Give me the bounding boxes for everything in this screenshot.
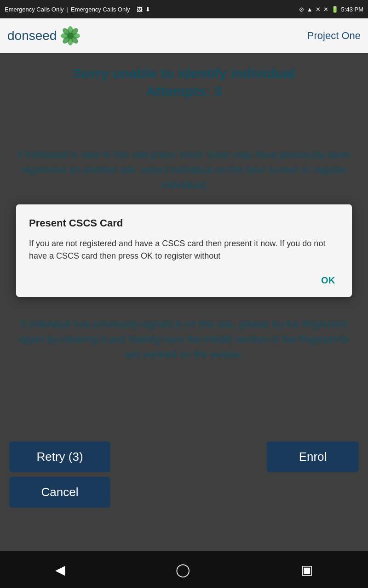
emergency-calls-2: Emergency Calls Only [71, 6, 130, 13]
btn-row-top: Retry (3) Enrol [9, 441, 359, 472]
dialog-body: If you are not registered and have a CSC… [29, 237, 339, 262]
svg-point-8 [67, 33, 74, 39]
status-divider: | [67, 6, 68, 13]
home-nav-icon[interactable]: ◯ [176, 562, 190, 577]
signal-icon2: ✕ [323, 6, 328, 13]
logo-container: donseed [7, 26, 80, 46]
dialog-ok-button[interactable]: OK [317, 273, 339, 288]
back-nav-icon[interactable]: ◀ [55, 562, 65, 577]
app-header: donseed Project One [0, 18, 368, 53]
clock: 5:43 PM [341, 6, 363, 13]
retry-button[interactable]: Retry (3) [9, 441, 110, 472]
cancel-button[interactable]: Cancel [9, 477, 110, 508]
emergency-calls-1: Emergency Calls Only [5, 6, 64, 13]
bottom-buttons: Retry (3) Enrol Cancel [0, 437, 368, 512]
cscs-dialog: Present CSCS Card If you are not registe… [16, 204, 352, 297]
status-bar: Emergency Calls Only | Emergency Calls O… [0, 0, 368, 18]
download-icon: ⬇ [145, 6, 150, 13]
project-name: Project One [307, 30, 361, 42]
wifi-icon: ▲ [307, 6, 313, 13]
dialog-actions: OK [29, 273, 339, 288]
signal-icon: ✕ [316, 6, 321, 13]
recents-nav-icon[interactable]: ▣ [301, 562, 313, 577]
network-icon: ⊘ [299, 6, 304, 13]
status-bar-right: ⊘ ▲ ✕ ✕ 🔋 5:43 PM [299, 6, 363, 13]
battery-icon: 🔋 [331, 6, 339, 13]
status-bar-left: Emergency Calls Only | Emergency Calls O… [5, 6, 150, 13]
enrol-button[interactable]: Enrol [267, 441, 359, 472]
photo-icon: 🖼 [137, 6, 143, 13]
logo-text: donseed [7, 28, 57, 43]
dialog-title: Present CSCS Card [29, 217, 339, 229]
btn-row-bottom: Cancel [9, 477, 359, 508]
logo-flower-icon [60, 26, 80, 46]
main-area: Sorry unable to identify individual Atte… [0, 53, 368, 558]
nav-bar: ◀ ◯ ▣ [0, 551, 368, 588]
